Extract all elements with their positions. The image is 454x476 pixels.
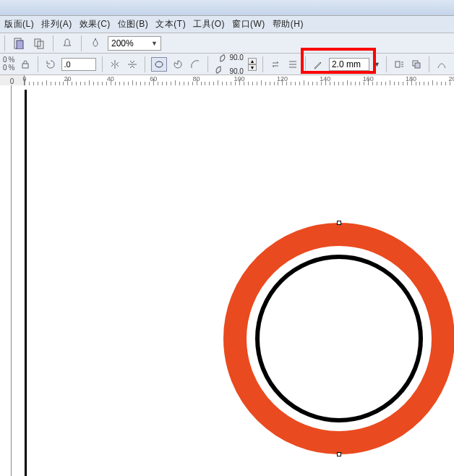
- pie-tool-icon[interactable]: [171, 58, 184, 71]
- menu-layout[interactable]: 版面(L): [4, 18, 34, 30]
- ruler-label: 60: [150, 75, 157, 82]
- separator: [386, 56, 387, 72]
- ellipse-tool-icon[interactable]: [151, 57, 167, 72]
- ruler-label: 40: [107, 75, 114, 82]
- lock-aspect-icon[interactable]: [19, 58, 32, 71]
- menu-help[interactable]: 帮助(H): [273, 18, 304, 30]
- ruler-label: 20: [64, 75, 71, 82]
- selection-handle-bottom[interactable]: [337, 452, 341, 456]
- zoom-level[interactable]: 200% ▼: [108, 36, 161, 51]
- page-duplicate-icon[interactable]: [31, 35, 47, 51]
- menu-effects[interactable]: 效果(C): [80, 18, 111, 30]
- menu-tools[interactable]: 工具(O): [193, 18, 225, 30]
- mirror-h-icon[interactable]: [108, 58, 121, 71]
- bell-icon[interactable]: [59, 35, 75, 51]
- convert-curves-icon[interactable]: [435, 58, 448, 71]
- scale-x-value: 0: [3, 56, 7, 64]
- drawing-canvas[interactable]: [25, 85, 454, 476]
- scale-percent-block: 0% 0%: [3, 56, 14, 72]
- rotation-input[interactable]: [61, 58, 96, 71]
- percent-unit: %: [9, 64, 15, 72]
- svg-rect-6: [395, 61, 400, 67]
- separator: [81, 35, 82, 51]
- angle-end-value: 90.0: [229, 67, 243, 75]
- pen-outline-icon[interactable]: [312, 58, 325, 71]
- separator: [4, 35, 5, 51]
- angle-stepper[interactable]: ▲ ▼: [248, 58, 257, 71]
- circle-artwork[interactable]: [223, 223, 454, 454]
- separator: [145, 56, 145, 72]
- ruler-origin-value: 0: [10, 77, 14, 85]
- separator: [207, 56, 208, 72]
- workspace: [0, 85, 454, 476]
- title-bar: [0, 0, 454, 16]
- arc-angle-block: 90.0 90.0: [214, 51, 243, 77]
- angle-start-value: 90.0: [229, 54, 243, 61]
- angle-start-icon: [214, 51, 227, 64]
- svg-rect-4: [22, 64, 28, 68]
- separator: [53, 35, 53, 51]
- scale-y-value: 0: [3, 64, 7, 72]
- menu-window[interactable]: 窗口(W): [232, 18, 265, 30]
- outline-width[interactable]: 2.0 mm: [329, 58, 369, 71]
- property-toolbar: 0% 0% 90.0 90.0 ▲ ▼ 2.0 mm ▼: [0, 54, 454, 75]
- page-edge: [25, 90, 27, 476]
- separator: [429, 56, 429, 72]
- page-icon[interactable]: [11, 35, 27, 51]
- separator: [262, 56, 263, 72]
- zoom-value: 200%: [111, 38, 134, 48]
- menu-text[interactable]: 文本(T): [155, 18, 186, 30]
- mirror-v-icon[interactable]: [126, 58, 139, 71]
- ruler-label: 200: [448, 75, 454, 82]
- dropdown-caret-icon: ▼: [151, 40, 158, 47]
- ruler-label: 0: [22, 75, 26, 82]
- separator: [102, 56, 103, 72]
- wrap-text-icon[interactable]: [393, 58, 406, 71]
- align-distribute-icon[interactable]: [286, 58, 299, 71]
- percent-unit: %: [9, 56, 15, 64]
- svg-rect-8: [415, 63, 420, 68]
- svg-rect-1: [17, 41, 23, 49]
- menu-bar: 版面(L) 排列(A) 效果(C) 位图(B) 文本(T) 工具(O) 窗口(W…: [0, 16, 454, 33]
- separator: [38, 56, 38, 72]
- rotate-icon[interactable]: [44, 58, 57, 71]
- flame-icon[interactable]: [87, 35, 103, 51]
- ruler-label: 80: [193, 75, 200, 82]
- dropdown-caret-icon[interactable]: ▼: [374, 61, 380, 68]
- stepper-up-icon[interactable]: ▲: [248, 58, 257, 64]
- stepper-down-icon[interactable]: ▼: [248, 64, 257, 71]
- menu-arrange[interactable]: 排列(A): [41, 18, 72, 30]
- outline-width-value: 2.0 mm: [332, 59, 361, 69]
- menu-bitmaps[interactable]: 位图(B): [118, 18, 149, 30]
- inner-ring[interactable]: [255, 255, 423, 422]
- selection-handle-top[interactable]: [337, 221, 341, 225]
- svg-point-5: [155, 61, 163, 67]
- vertical-ruler: [0, 85, 12, 476]
- arc-tool-icon[interactable]: [189, 58, 202, 71]
- separator: [305, 56, 306, 72]
- swap-direction-icon[interactable]: [269, 58, 282, 71]
- to-front-icon[interactable]: [410, 58, 423, 71]
